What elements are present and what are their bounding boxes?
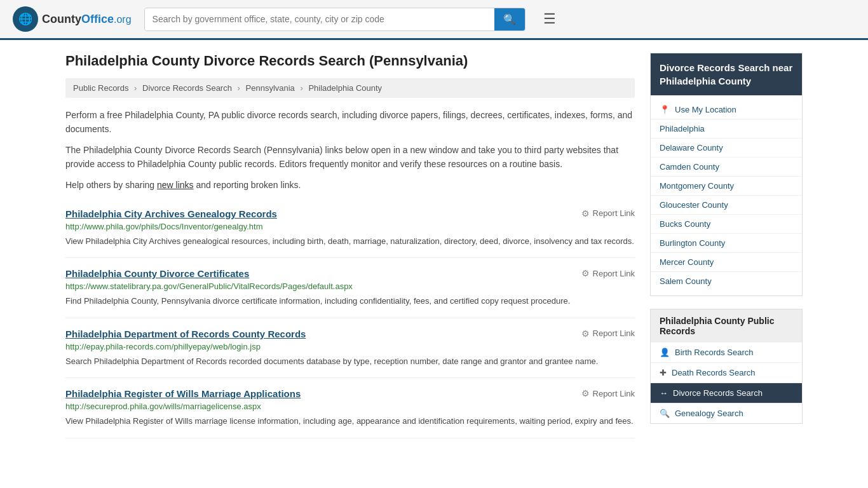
report-icon-2: ⚙ — [581, 329, 590, 339]
nearby-link-item-5[interactable]: Bucks County — [651, 215, 802, 234]
report-icon-1: ⚙ — [581, 268, 590, 278]
record-url-2[interactable]: http://epay.phila-records.com/phillyepay… — [65, 342, 635, 351]
report-icon-3: ⚙ — [581, 388, 590, 398]
report-link-2[interactable]: ⚙ Report Link — [581, 329, 635, 339]
report-label-0[interactable]: Report Link — [593, 208, 635, 218]
nearby-link-6[interactable]: Burlington County — [660, 238, 725, 248]
use-location-item[interactable]: 📍 Use My Location — [651, 100, 802, 119]
menu-button[interactable]: ☰ — [538, 8, 561, 30]
use-location-link[interactable]: Use My Location — [675, 105, 736, 114]
record-item: Philadelphia Department of Records Count… — [65, 318, 635, 379]
pub-record-link-2[interactable]: Divorce Records Search — [673, 388, 763, 398]
record-item: Philadelphia Register of Wills Marriage … — [65, 378, 635, 438]
nearby-link-7[interactable]: Mercer County — [660, 257, 714, 267]
nearby-link-item-6[interactable]: Burlington County — [651, 234, 802, 253]
pub-record-item-1[interactable]: ✚ Death Records Search — [651, 363, 802, 383]
breadcrumb-link-divorce[interactable]: Divorce Records Search — [142, 83, 232, 93]
search-button[interactable]: 🔍 — [494, 8, 525, 30]
nearby-link-item-7[interactable]: Mercer County — [651, 253, 802, 272]
public-records-list: 👤 Birth Records Search ✚ Death Records S… — [651, 342, 802, 423]
report-link-1[interactable]: ⚙ Report Link — [581, 268, 635, 278]
record-item: Philadelphia City Archives Genealogy Rec… — [65, 198, 635, 259]
search-area: 🔍 — [144, 8, 526, 31]
report-link-0[interactable]: ⚙ Report Link — [581, 208, 635, 219]
record-url-3[interactable]: http://secureprod.phila.gov/wills/marria… — [65, 402, 635, 411]
search-input[interactable] — [145, 8, 494, 30]
nearby-section: Divorce Records Search near Philadelphia… — [650, 53, 803, 296]
nearby-link-5[interactable]: Bucks County — [660, 219, 710, 229]
report-link-3[interactable]: ⚙ Report Link — [581, 388, 635, 398]
location-icon: 📍 — [660, 105, 670, 114]
nearby-links-list: PhiladelphiaDelaware CountyCamden County… — [651, 119, 802, 290]
breadcrumb-sep-2: › — [238, 83, 240, 93]
pub-icon-3: 🔍 — [660, 409, 670, 418]
pub-icon-0: 👤 — [660, 348, 670, 357]
record-desc-0: View Philadelphia City Archives genealog… — [65, 235, 635, 248]
record-url-0[interactable]: http://www.phila.gov/phils/Docs/Inventor… — [65, 222, 635, 231]
records-list: Philadelphia City Archives Genealogy Rec… — [65, 198, 635, 438]
nearby-title: Divorce Records Search near Philadelphia… — [651, 53, 802, 95]
report-label-1[interactable]: Report Link — [593, 269, 635, 278]
nearby-link-3[interactable]: Montgomery County — [660, 181, 734, 191]
record-desc-2: Search Philadelphia Department of Record… — [65, 355, 635, 368]
sidebar: Divorce Records Search near Philadelphia… — [650, 53, 803, 438]
public-records-title: Philadelphia County Public Records — [651, 309, 802, 342]
pub-record-item-0[interactable]: 👤 Birth Records Search — [651, 342, 802, 363]
pub-icon-1: ✚ — [660, 368, 667, 377]
record-desc-1: Find Philadelphia County, Pennsylvania d… — [65, 295, 635, 308]
pub-record-item-3[interactable]: 🔍 Genealogy Search — [651, 403, 802, 423]
nearby-link-8[interactable]: Salem County — [660, 276, 712, 286]
nearby-link-4[interactable]: Gloucester County — [660, 200, 728, 210]
breadcrumb-link-pa[interactable]: Pennsylvania — [246, 83, 295, 93]
report-icon-0: ⚙ — [581, 208, 590, 219]
content-area: Philadelphia County Divorce Records Sear… — [65, 53, 635, 438]
logo-icon: 🌐 — [13, 6, 38, 32]
breadcrumb: Public Records › Divorce Records Search … — [65, 78, 635, 98]
breadcrumb-link-philly[interactable]: Philadelphia County — [308, 83, 382, 93]
record-url-1[interactable]: https://www.statelibrary.pa.gov/GeneralP… — [65, 281, 635, 291]
nearby-link-0[interactable]: Philadelphia — [660, 124, 705, 133]
nearby-links: 📍 Use My Location PhiladelphiaDelaware C… — [651, 95, 802, 295]
new-links-link[interactable]: new links — [157, 180, 194, 190]
pub-record-link-1[interactable]: Death Records Search — [672, 368, 756, 377]
public-records-section: Philadelphia County Public Records 👤 Bir… — [650, 309, 803, 424]
nearby-link-1[interactable]: Delaware County — [660, 143, 723, 152]
nearby-link-item-4[interactable]: Gloucester County — [651, 196, 802, 215]
nearby-link-item-1[interactable]: Delaware County — [651, 139, 802, 158]
nearby-link-item-2[interactable]: Camden County — [651, 158, 802, 177]
breadcrumb-sep-1: › — [134, 83, 137, 93]
breadcrumb-link-public-records[interactable]: Public Records — [73, 83, 128, 93]
page-title: Philadelphia County Divorce Records Sear… — [65, 53, 635, 69]
record-title-1[interactable]: Philadelphia County Divorce Certificates — [65, 268, 249, 279]
record-title-3[interactable]: Philadelphia Register of Wills Marriage … — [65, 388, 301, 399]
description-2: The Philadelphia County Divorce Records … — [65, 143, 635, 172]
report-label-3[interactable]: Report Link — [593, 389, 635, 398]
nearby-link-item-3[interactable]: Montgomery County — [651, 177, 802, 196]
nearby-link-item-0[interactable]: Philadelphia — [651, 119, 802, 139]
pub-record-link-3[interactable]: Genealogy Search — [675, 409, 743, 418]
nearby-link-item-8[interactable]: Salem County — [651, 272, 802, 290]
description-3: Help others by sharing new links and rep… — [65, 178, 635, 192]
breadcrumb-sep-3: › — [300, 83, 302, 93]
report-label-2[interactable]: Report Link — [593, 329, 635, 338]
description-1: Perform a free Philadelphia County, PA p… — [65, 108, 635, 137]
pub-icon-2: ↔ — [660, 388, 668, 398]
nearby-link-2[interactable]: Camden County — [660, 162, 719, 172]
logo-text: CountyOffice.org — [42, 13, 132, 26]
logo[interactable]: 🌐 CountyOffice.org — [13, 6, 132, 32]
record-title-0[interactable]: Philadelphia City Archives Genealogy Rec… — [65, 208, 277, 219]
record-desc-3: View Philadelphia Register of Wills marr… — [65, 415, 635, 428]
record-title-2[interactable]: Philadelphia Department of Records Count… — [65, 329, 306, 339]
record-item: Philadelphia County Divorce Certificates… — [65, 258, 635, 318]
pub-record-link-0[interactable]: Birth Records Search — [675, 348, 754, 357]
pub-record-item-2[interactable]: ↔ Divorce Records Search — [651, 383, 802, 403]
